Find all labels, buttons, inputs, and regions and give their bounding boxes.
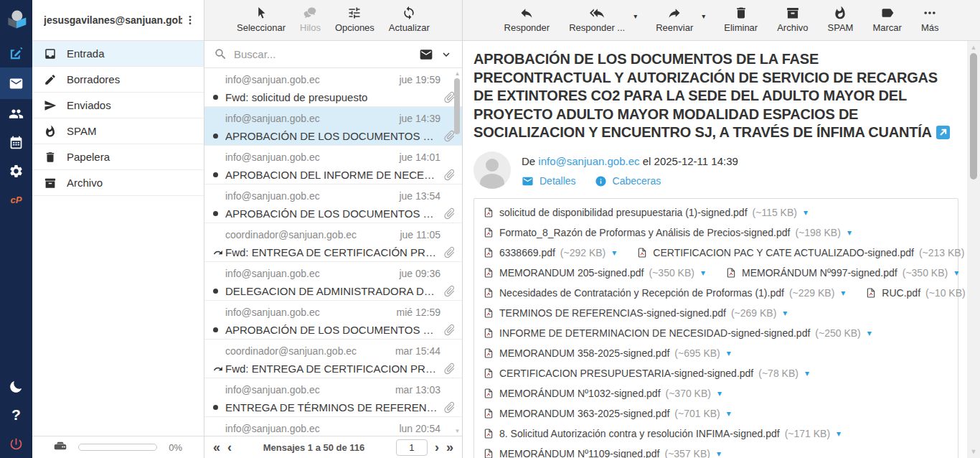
scroll-up-arrow-icon[interactable]: ▲ — [967, 44, 980, 51]
message-list-item[interactable]: info@sanjuan.gob.ec jue 13:54 APROBACIÓN… — [204, 184, 462, 223]
message-date: mar 15:44 — [395, 345, 440, 357]
attachment-dropdown-caret[interactable]: ▾ — [612, 248, 616, 258]
attachment[interactable]: INFORME DE DETERMINACION DE NECESIDAD-si… — [483, 327, 872, 340]
chevron-down-icon[interactable] — [440, 48, 453, 61]
attachment-dropdown-caret[interactable]: ▾ — [727, 348, 731, 358]
attachment[interactable]: MEMORANDUM 358-2025-signed.pdf (~695 KB)… — [483, 347, 731, 360]
attachment-dropdown-caret[interactable]: ▾ — [717, 449, 721, 458]
forward-dropdown-caret[interactable]: ▾ — [702, 12, 705, 20]
details-link[interactable]: Detalles — [540, 175, 576, 187]
attachment-row: Formato_8_Razón de Proformas y Análisis … — [483, 223, 949, 243]
archive-icon — [44, 177, 57, 190]
more-button[interactable]: Más — [921, 6, 939, 40]
attachment-dropdown-caret[interactable]: ▾ — [783, 308, 787, 318]
reply-button[interactable]: Responder — [504, 6, 550, 40]
rail-calendar-button[interactable] — [0, 128, 32, 156]
attachment-dropdown-caret[interactable]: ▾ — [701, 268, 705, 278]
message-list-item[interactable]: info@sanjuan.gob.ec jue 09:36 DELEGACION… — [204, 262, 462, 301]
folder-item-spam[interactable]: SPAM — [32, 118, 204, 144]
mark-button[interactable]: Marcar — [872, 6, 901, 40]
attachment[interactable]: Formato_8_Razón de Proformas y Análisis … — [483, 226, 852, 239]
open-in-new-icon[interactable] — [936, 126, 950, 139]
attachment-dropdown-caret[interactable]: ▾ — [867, 328, 872, 338]
unread-dot-icon — [213, 327, 218, 332]
message-list-item[interactable]: info@sanjuan.gob.ec lun 20:54 — [204, 417, 462, 436]
scrollbar-thumb[interactable] — [970, 53, 977, 179]
dark-mode-button[interactable] — [0, 372, 32, 401]
attachment-dropdown-caret[interactable]: ▾ — [847, 228, 852, 238]
attachment-size: (~250 KB) — [815, 327, 860, 339]
headers-link[interactable]: Cabeceras — [613, 175, 661, 187]
reply-all-dropdown-caret[interactable]: ▾ — [633, 12, 637, 20]
rail-contacts-button[interactable] — [0, 99, 32, 128]
attachment-dropdown-caret[interactable]: ▾ — [804, 207, 808, 218]
account-header[interactable]: jesusgavilanes@sanjuan.gob.... — [32, 0, 204, 41]
avatar-person-icon — [486, 159, 499, 172]
rail-mail-button[interactable] — [0, 67, 32, 99]
attachment-dropdown-caret[interactable]: ▾ — [727, 408, 731, 419]
search-input[interactable] — [234, 48, 413, 60]
message-list-scrollbar[interactable]: ▲ ▼ — [453, 69, 462, 436]
attachment[interactable]: Necesidades de Contratación y Recepción … — [483, 286, 845, 299]
rail-settings-button[interactable] — [0, 156, 32, 185]
reader-scrollbar[interactable]: ▲ ▼ — [967, 41, 980, 458]
message-list-item[interactable]: info@sanjuan.gob.ec jue 14:39 APROBACIÓN… — [204, 107, 462, 146]
folder-item-enviados[interactable]: Enviados — [32, 93, 204, 118]
threads-button[interactable]: Hilos — [300, 6, 321, 40]
prev-page-button[interactable]: ‹ — [227, 441, 232, 454]
app-rail: cP ? — [0, 0, 32, 458]
first-page-button[interactable]: « — [213, 441, 220, 454]
attachment[interactable]: CERTIFICACION PAC Y CATE ACTUALIZADO-sig… — [636, 246, 975, 259]
folder-item-entrada[interactable]: Entrada — [32, 41, 204, 67]
account-menu-button[interactable] — [182, 11, 198, 29]
folder-item-papelera[interactable]: Papelera — [32, 144, 204, 170]
help-button[interactable]: ? — [0, 401, 32, 429]
forward-button[interactable]: Reenviar ▾ — [656, 6, 693, 40]
scrollbar-thumb[interactable] — [454, 78, 460, 134]
attachment[interactable]: MEMORÁNDUM Nº1109-signed.pdf (~357 KB) ▾ — [483, 447, 721, 458]
attachment[interactable]: CERTIFICACION PRESUPUESTARIA-signed-sign… — [483, 367, 809, 380]
message-list-item[interactable]: info@sanjuan.gob.ec mié 12:59 APROBACIÓN… — [204, 301, 462, 340]
attachment-dropdown-caret[interactable]: ▾ — [841, 288, 845, 298]
message-list-item[interactable]: info@sanjuan.gob.ec jue 19:59 Fwd: solic… — [204, 68, 462, 107]
rail-cpanel-button[interactable]: cP — [0, 185, 32, 214]
attachment-dropdown-caret[interactable]: ▾ — [717, 388, 722, 398]
compose-button[interactable] — [0, 39, 32, 67]
attachment[interactable]: 6338669.pdf (~292 KB) ▾ — [483, 246, 616, 259]
folder-item-borradores[interactable]: Borradores — [32, 67, 204, 93]
attachment-dropdown-caret[interactable]: ▾ — [954, 268, 958, 278]
spam-button[interactable]: SPAM — [828, 6, 854, 40]
scroll-down-arrow-icon[interactable]: ▼ — [967, 448, 980, 455]
attachment[interactable]: solicitud de disponibilidad presupuestar… — [483, 206, 808, 219]
page-number-input[interactable] — [396, 439, 428, 456]
scroll-up-arrow-icon[interactable]: ▲ — [453, 70, 462, 77]
attachment[interactable]: MEMORANDUM 205-signed.pdf (~350 KB) ▾ — [483, 266, 705, 279]
attachment-name: solicitud de disponibilidad presupuestar… — [499, 207, 748, 218]
next-page-button[interactable]: › — [435, 441, 439, 454]
message-list-item[interactable]: coordinador@sanjuan.gob.ec jue 11:05 Fwd… — [204, 223, 462, 262]
message-list-item[interactable]: coordinador@sanjuan.gob.ec mar 15:44 Fwd… — [204, 340, 462, 378]
attachment-dropdown-caret[interactable]: ▾ — [837, 429, 841, 439]
attachment-dropdown-caret[interactable]: ▾ — [805, 368, 809, 378]
message-list-item[interactable]: info@sanjuan.gob.ec jue 14:01 APROBACION… — [204, 146, 462, 184]
attachment[interactable]: RUC.pdf (~10 KB) ▾ — [865, 286, 976, 299]
reply-all-button[interactable]: Responder ... ▾ — [569, 6, 625, 40]
from-email-link[interactable]: info@sanjuan.gob.ec — [538, 155, 639, 167]
logout-button[interactable] — [0, 429, 32, 458]
folder-item-archivo[interactable]: Archivo — [32, 170, 204, 196]
attachment[interactable]: TERMINOS DE REFERENCIAS-signed-signed.pd… — [483, 307, 787, 319]
last-page-button[interactable]: » — [446, 441, 453, 454]
attachment[interactable]: MEMORÁNDUM Nº997-signed.pdf (~350 KB) ▾ — [725, 266, 958, 279]
message-list-item[interactable]: info@sanjuan.gob.ec mar 13:03 ENTREGA DE… — [204, 378, 462, 417]
scroll-down-arrow-icon[interactable]: ▼ — [453, 428, 462, 434]
attachment[interactable]: MEMORÁNDUM Nº1032-signed.pdf (~370 KB) ▾ — [483, 387, 722, 400]
mail-filter-icon[interactable] — [419, 47, 433, 62]
delete-button[interactable]: Eliminar — [724, 6, 758, 40]
select-button[interactable]: Seleccionar — [237, 6, 286, 40]
attachment[interactable]: MEMORANDUM 363-2025-signed.pdf (~701 KB)… — [483, 407, 731, 420]
refresh-button[interactable]: Actualizar — [389, 6, 430, 40]
message-sender: info@sanjuan.gob.ec — [225, 423, 320, 434]
options-button[interactable]: Opciones — [335, 6, 374, 40]
attachment[interactable]: 8. Solicitud Autorización contra y resol… — [483, 427, 841, 440]
archive-button[interactable]: Archivo — [777, 6, 808, 40]
